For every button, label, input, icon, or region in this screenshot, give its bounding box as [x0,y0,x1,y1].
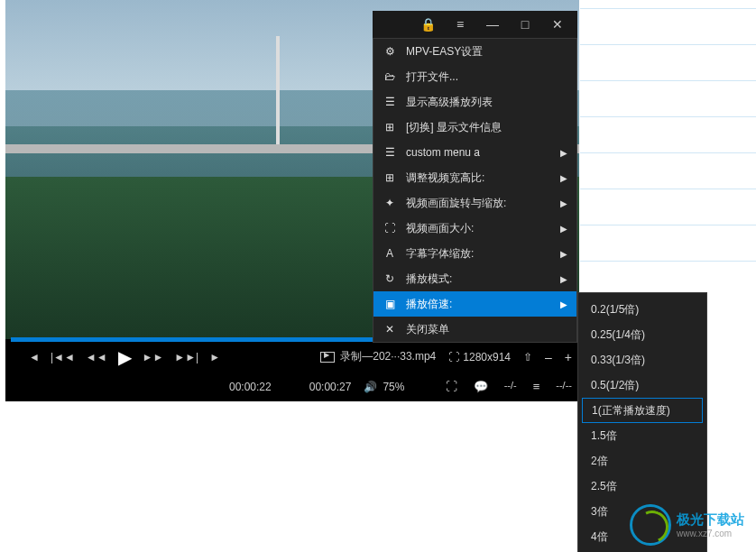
menu-icon: A [383,247,397,260]
current-time: 00:00:22 [229,381,272,393]
menu-label: custom menu a [406,146,480,159]
minimize-button[interactable]: — [476,11,509,38]
watermark-title: 极光下载站 [677,511,744,529]
menu-item-5[interactable]: ⊞调整视频宽高比:▶ [373,165,576,190]
chapter-prev-button[interactable]: ◄ [29,351,40,363]
menu-label: 字幕字体缩放: [406,246,474,262]
watermark-url: www.xz7.com [677,529,744,538]
watermark: 极光下载站 www.xz7.com [630,498,756,552]
menu-icon: ✦ [383,197,397,209]
rewind-button[interactable]: ◄◄ [86,351,107,363]
minus-button[interactable]: – [545,350,552,364]
filename-label: 录制—202···33.mp4 [340,349,436,364]
menu-label: 播放倍速: [406,297,452,312]
play-button[interactable]: ▶ [118,346,132,368]
speed-option-2[interactable]: 0.33(1/3倍) [578,347,706,373]
forward-button[interactable]: ►► [143,351,164,363]
menu-label: 视频画面旋转与缩放: [406,196,506,211]
menu-icon: ⚙ [383,45,397,58]
speed-option-1[interactable]: 0.25(1/4倍) [578,322,706,347]
menu-label: 显示高级播放列表 [406,95,493,110]
menu-label: [切换] 显示文件信息 [406,120,502,135]
speed-option-4[interactable]: 1(正常播放速度) [582,398,703,423]
speed-option-3[interactable]: 0.5(1/2倍) [578,373,706,398]
menu-item-1[interactable]: 🗁打开文件... [373,64,576,89]
menu-icon: ⛶ [383,222,397,235]
prev-button[interactable]: |◄◄ [51,351,75,363]
chevron-right-icon: ▶ [560,249,567,259]
next-button[interactable]: ►►| [174,351,198,363]
window-titlebar: 🔒 ≡ — □ ✕ [373,11,577,38]
menu-item-0[interactable]: ⚙MPV-EASY设置 [373,39,576,64]
chevron-right-icon: ▶ [560,299,567,309]
menu-item-11[interactable]: ✕关闭菜单 [373,317,576,342]
speed-option-6[interactable]: 2倍 [578,448,706,474]
menu-icon: ↻ [383,272,397,285]
watermark-logo [630,504,671,546]
menu-label: 视频画面大小: [406,221,474,236]
chevron-right-icon: ▶ [560,198,567,208]
menu-icon: ⊞ [383,121,397,133]
comment-icon[interactable]: 💬 [474,380,488,393]
menu-label: 播放模式: [406,271,452,287]
menu-item-9[interactable]: ↻播放模式:▶ [373,266,576,291]
hamburger-button[interactable]: ≡ [444,11,476,38]
menu-item-8[interactable]: A字幕字体缩放:▶ [373,241,576,266]
menu-icon: ✕ [383,323,397,336]
controls-bar: ◄ |◄◄ ◄◄ ▶ ►► ►►| ► 录制—202···33.mp4 ⛶ 12… [5,342,579,401]
subtitle-info: --/-- [556,380,572,393]
chevron-right-icon: ▶ [560,173,567,183]
subtitle-icon[interactable]: ≡ [533,380,540,393]
volume-icon[interactable]: 🔊 [364,381,377,393]
resolution-label: 1280x914 [463,351,511,363]
chevron-right-icon: ▶ [560,274,567,284]
speed-option-5[interactable]: 1.5倍 [578,423,706,448]
menu-label: 关闭菜单 [406,322,449,337]
speed-option-0[interactable]: 0.2(1/5倍) [578,297,706,322]
menu-item-6[interactable]: ✦视频画面旋转与缩放:▶ [373,190,576,216]
lock-button[interactable]: 🔒 [411,11,444,38]
volume-label: 75% [383,381,404,393]
menu-icon: ☰ [383,96,397,108]
menu-label: 调整视频宽高比: [406,170,484,186]
chat-info: --/- [504,380,517,393]
menu-label: 打开文件... [406,69,458,85]
chevron-right-icon: ▶ [560,224,567,234]
menu-item-3[interactable]: ⊞[切换] 显示文件信息 [373,115,576,140]
menu-label: MPV-EASY设置 [406,44,483,60]
menu-icon: ▣ [383,298,397,310]
expand-icon[interactable]: ⛶ [448,351,459,363]
menu-item-10[interactable]: ▣播放倍速:▶ [373,291,576,317]
chevron-right-icon: ▶ [560,148,567,158]
speed-option-7[interactable]: 2.5倍 [578,474,706,499]
pin-icon[interactable]: ⇧ [523,351,532,363]
menu-icon: ⊞ [383,171,397,184]
chapter-next-button[interactable]: ► [209,351,220,363]
maximize-button[interactable]: □ [509,11,541,38]
menu-item-2[interactable]: ☰显示高级播放列表 [373,89,576,115]
total-time: 00:00:27 [309,381,352,393]
close-button[interactable]: ✕ [541,11,574,38]
menu-icon: ☰ [383,146,397,159]
file-icon [320,352,335,363]
fullscreen-icon[interactable]: ⛶ [446,380,457,393]
menu-item-7[interactable]: ⛶视频画面大小:▶ [373,216,576,241]
context-menu: ⚙MPV-EASY设置🗁打开文件...☰显示高级播放列表⊞[切换] 显示文件信息… [373,38,577,343]
menu-icon: 🗁 [383,70,397,83]
plus-button[interactable]: + [565,350,572,364]
menu-item-4[interactable]: ☰custom menu a▶ [373,140,576,165]
